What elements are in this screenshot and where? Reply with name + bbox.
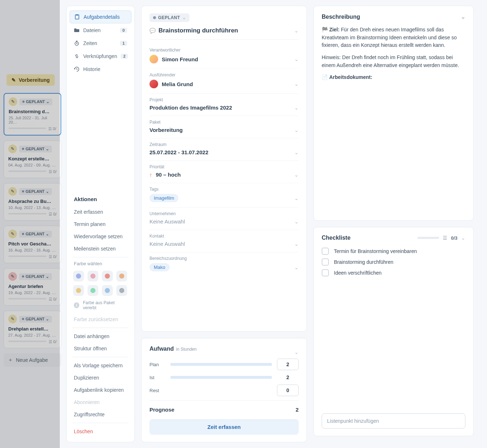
chevron-down-icon[interactable]: ⌄ <box>294 28 299 34</box>
action-link[interactable]: Als Vorlage speichern <box>70 359 131 372</box>
sidebar-tab-badge: 2 <box>121 54 128 59</box>
svg-rect-1 <box>76 14 78 15</box>
sidebar-tab-clipboard[interactable]: Aufgabendetails <box>70 10 131 23</box>
sidebar-tab-label: Verknüpfungen <box>83 53 117 59</box>
priority-value[interactable]: ↑90 – hoch <box>149 172 294 178</box>
color-label: Farbe wählen <box>70 260 131 269</box>
task-title: Brainstorming durchführen <box>158 27 291 34</box>
period-value[interactable]: 25.07.2022 - 31.07.2022 <box>149 149 294 155</box>
checklist-count: 0/3 <box>451 235 457 241</box>
modal-backdrop[interactable] <box>0 0 60 448</box>
color-green[interactable] <box>88 285 98 296</box>
checklist-add-input[interactable]: Listenpunkt hinzufügen <box>322 413 465 429</box>
color-orange[interactable] <box>116 271 127 281</box>
color-red[interactable] <box>102 271 113 281</box>
sidebar-tabs: AufgabendetailsDateien0Zeiten1Verknüpfun… <box>70 10 131 75</box>
checklist-item-label[interactable]: Brainstorming durchführen <box>334 259 393 265</box>
effort-rest-input[interactable] <box>277 385 299 396</box>
action-link[interactable]: Struktur öffnen <box>70 342 131 355</box>
record-time-button[interactable]: Zeit erfassen <box>149 419 299 435</box>
tags-value[interactable]: Imagefilm <box>149 194 294 202</box>
color-gray[interactable] <box>116 285 127 296</box>
project-value[interactable]: Produktion des Imagefilms 2022 <box>149 105 294 111</box>
period-label: Zeitraum <box>149 142 299 147</box>
responsible-label: Verantwortlicher <box>149 48 299 53</box>
color-reset: Farbe zurücksetzen <box>70 313 131 325</box>
action-link[interactable]: Datei anhängen <box>70 330 131 342</box>
checklist-item: Brainstorming durchführen <box>322 258 465 266</box>
effort-rest-label: Rest <box>149 388 165 393</box>
checkbox[interactable] <box>322 248 329 255</box>
svg-rect-3 <box>76 41 77 41</box>
chevron-down-icon[interactable]: ⌄ <box>294 127 299 133</box>
contact-label: Kontakt <box>149 234 299 239</box>
action-link[interactable]: Aufgabenlink kopieren <box>70 384 131 396</box>
color-pink[interactable] <box>88 271 98 281</box>
executor-label: Ausführender <box>149 72 299 77</box>
company-value[interactable]: Keine Auswahl <box>149 218 294 225</box>
chevron-down-icon[interactable]: ⌄ <box>294 219 299 225</box>
avatar <box>149 80 158 88</box>
sidebar-tab-timer[interactable]: Zeiten1 <box>70 37 131 49</box>
timer-icon <box>74 40 80 46</box>
action-link[interactable]: Termin planen <box>70 218 131 230</box>
tag[interactable]: Mako <box>149 263 170 271</box>
action-link[interactable]: Duplizieren <box>70 372 131 384</box>
sidebar-tab-folder[interactable]: Dateien0 <box>70 24 131 36</box>
checklist-item-label[interactable]: Ideen verschriftlichen <box>334 270 381 276</box>
action-link[interactable]: Wiedervorlage setzen <box>70 230 131 243</box>
chevron-down-icon[interactable]: ⌄ <box>294 265 299 270</box>
chevron-down-icon[interactable]: ⌄ <box>294 241 299 247</box>
action-access-rights[interactable]: Zugriffsrechte <box>70 408 131 421</box>
tag[interactable]: Imagefilm <box>149 194 178 202</box>
task-details-card: GEPLANT ⌄ 💬 Brainstorming durchführen ⌄ … <box>141 6 307 332</box>
effort-plan-input[interactable] <box>277 359 299 370</box>
details-sidebar: AufgabendetailsDateien0Zeiten1Verknüpfun… <box>66 6 135 442</box>
effort-card: Aufwand in Stunden ⌄ Plan Ist 2 Rest <box>141 338 307 442</box>
color-lightblue[interactable] <box>102 285 113 296</box>
tags-label: Tags <box>149 187 299 192</box>
task-status-badge[interactable]: GEPLANT ⌄ <box>149 13 189 22</box>
action-delete[interactable]: Löschen <box>70 425 131 438</box>
checkbox[interactable] <box>322 269 329 276</box>
arrow-up-icon: ↑ <box>149 172 152 178</box>
checklist-title: Checkliste <box>322 235 350 241</box>
chevron-down-icon[interactable]: ⌄ <box>294 195 299 201</box>
responsible-value[interactable]: Simon Freund <box>149 55 294 63</box>
action-link[interactable]: Meilenstein setzen <box>70 243 131 255</box>
company-label: Unternehmen <box>149 211 299 216</box>
chevron-down-icon[interactable]: ⌄ <box>294 81 299 87</box>
description-body[interactable]: 🏁 Ziel: Für den Dreh eines neuen Imagefi… <box>322 26 465 81</box>
package-value[interactable]: Vorbereitung <box>149 127 294 133</box>
chevron-down-icon[interactable]: ⌄ <box>294 172 299 178</box>
chevron-down-icon[interactable]: ⌄ <box>294 150 299 155</box>
effort-prognose-label: Prognose <box>149 407 174 413</box>
chevron-down-icon[interactable]: ⌄ <box>461 235 465 241</box>
color-yellow[interactable] <box>73 285 84 296</box>
priority-label: Priorität <box>149 164 299 169</box>
effort-subtitle: in Stunden <box>176 347 197 352</box>
sidebar-tab-label: Dateien <box>83 27 116 33</box>
checkbox[interactable] <box>322 258 329 266</box>
color-blue[interactable] <box>73 271 84 281</box>
sidebar-tab-link[interactable]: Verknüpfungen2 <box>70 50 131 62</box>
chevron-down-icon: ⌄ <box>182 15 186 20</box>
chevron-down-icon[interactable]: ⌄ <box>294 56 299 62</box>
effort-title: Aufwand <box>149 346 174 352</box>
page-icon: 📄 <box>322 74 328 80</box>
checklist-items: Termin für Brainstorming vereinbarenBrai… <box>322 248 465 276</box>
contact-value[interactable]: Keine Auswahl <box>149 241 294 247</box>
area-value[interactable]: Mako <box>149 263 294 271</box>
actions-heading: Aktionen <box>70 196 131 202</box>
info-icon: i <box>74 302 79 308</box>
executor-value[interactable]: Melia Grund <box>149 80 294 88</box>
chevron-down-icon[interactable]: ⌄ <box>294 349 299 355</box>
sidebar-tab-badge: 1 <box>120 41 127 46</box>
action-link[interactable]: Zeit erfassen <box>70 206 131 218</box>
effort-plan-bar <box>170 363 272 366</box>
chevron-down-icon[interactable]: ⌄ <box>294 105 299 111</box>
sidebar-tab-label: Aufgabendetails <box>84 14 127 20</box>
chevron-down-icon[interactable]: ⌄ <box>461 13 465 20</box>
sidebar-tab-history[interactable]: Historie <box>70 63 131 75</box>
checklist-item-label[interactable]: Termin für Brainstorming vereinbaren <box>334 248 417 254</box>
